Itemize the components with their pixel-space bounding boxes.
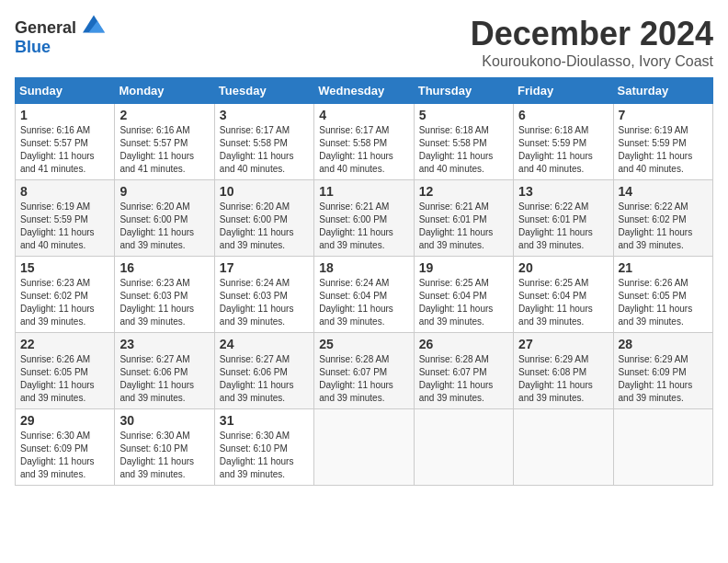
calendar-table: Sunday Monday Tuesday Wednesday Thursday… bbox=[15, 77, 713, 486]
calendar-day-cell: 12 Sunrise: 6:21 AM Sunset: 6:01 PM Dayl… bbox=[414, 180, 513, 257]
day-info: Sunrise: 6:22 AM Sunset: 6:01 PM Dayligh… bbox=[518, 201, 608, 252]
day-info: Sunrise: 6:16 AM Sunset: 5:57 PM Dayligh… bbox=[119, 124, 209, 176]
calendar-day-cell: 10 Sunrise: 6:20 AM Sunset: 6:00 PM Dayl… bbox=[214, 180, 313, 257]
calendar-day-cell: 6 Sunrise: 6:18 AM Sunset: 5:59 PM Dayli… bbox=[514, 104, 613, 180]
day-number: 22 bbox=[20, 337, 109, 351]
calendar-day-cell: 26 Sunrise: 6:28 AM Sunset: 6:07 PM Dayl… bbox=[414, 333, 513, 409]
calendar-header-row: Sunday Monday Tuesday Wednesday Thursday… bbox=[16, 78, 713, 104]
day-number: 17 bbox=[220, 260, 309, 275]
logo-text: General Blue bbox=[15, 15, 105, 57]
day-info: Sunrise: 6:18 AM Sunset: 5:59 PM Dayligh… bbox=[518, 124, 608, 176]
logo-blue: Blue bbox=[15, 38, 51, 56]
day-number: 4 bbox=[319, 108, 408, 122]
calendar-day-cell bbox=[314, 409, 414, 486]
day-info: Sunrise: 6:30 AM Sunset: 6:10 PM Dayligh… bbox=[119, 430, 209, 481]
day-info: Sunrise: 6:16 AM Sunset: 5:57 PM Dayligh… bbox=[20, 124, 109, 176]
day-number: 23 bbox=[119, 337, 209, 351]
day-number: 3 bbox=[220, 108, 309, 122]
calendar-day-cell: 20 Sunrise: 6:25 AM Sunset: 6:04 PM Dayl… bbox=[514, 257, 613, 333]
day-info: Sunrise: 6:25 AM Sunset: 6:04 PM Dayligh… bbox=[419, 277, 508, 328]
logo: General Blue bbox=[15, 15, 105, 57]
day-number: 21 bbox=[619, 260, 708, 275]
calendar-day-cell: 31 Sunrise: 6:30 AM Sunset: 6:10 PM Dayl… bbox=[214, 409, 313, 486]
day-info: Sunrise: 6:20 AM Sunset: 6:00 PM Dayligh… bbox=[220, 201, 309, 252]
day-info: Sunrise: 6:21 AM Sunset: 6:01 PM Dayligh… bbox=[419, 201, 508, 252]
calendar-day-cell: 30 Sunrise: 6:30 AM Sunset: 6:10 PM Dayl… bbox=[115, 409, 214, 486]
calendar-day-cell: 29 Sunrise: 6:30 AM Sunset: 6:09 PM Dayl… bbox=[16, 409, 115, 486]
day-number: 30 bbox=[119, 413, 209, 428]
header: General Blue December 2024 Kouroukono-Di… bbox=[15, 15, 713, 70]
day-info: Sunrise: 6:20 AM Sunset: 6:00 PM Dayligh… bbox=[119, 201, 209, 252]
calendar-day-cell: 3 Sunrise: 6:17 AM Sunset: 5:58 PM Dayli… bbox=[214, 104, 313, 180]
day-number: 5 bbox=[419, 108, 508, 122]
day-info: Sunrise: 6:29 AM Sunset: 6:08 PM Dayligh… bbox=[518, 353, 608, 405]
day-number: 8 bbox=[20, 184, 109, 199]
day-info: Sunrise: 6:22 AM Sunset: 6:02 PM Dayligh… bbox=[619, 201, 708, 252]
calendar-day-cell: 28 Sunrise: 6:29 AM Sunset: 6:09 PM Dayl… bbox=[613, 333, 712, 409]
day-number: 14 bbox=[619, 184, 708, 199]
calendar-day-cell: 15 Sunrise: 6:23 AM Sunset: 6:02 PM Dayl… bbox=[16, 257, 115, 333]
day-info: Sunrise: 6:24 AM Sunset: 6:03 PM Dayligh… bbox=[220, 277, 309, 328]
calendar-day-cell: 9 Sunrise: 6:20 AM Sunset: 6:00 PM Dayli… bbox=[115, 180, 214, 257]
day-info: Sunrise: 6:30 AM Sunset: 6:09 PM Dayligh… bbox=[20, 430, 109, 481]
col-wednesday: Wednesday bbox=[314, 78, 414, 104]
calendar-day-cell: 22 Sunrise: 6:26 AM Sunset: 6:05 PM Dayl… bbox=[16, 333, 115, 409]
calendar-day-cell: 19 Sunrise: 6:25 AM Sunset: 6:04 PM Dayl… bbox=[414, 257, 513, 333]
day-info: Sunrise: 6:28 AM Sunset: 6:07 PM Dayligh… bbox=[419, 353, 508, 405]
day-info: Sunrise: 6:30 AM Sunset: 6:10 PM Dayligh… bbox=[220, 430, 309, 481]
day-number: 12 bbox=[419, 184, 508, 199]
calendar-week-row: 22 Sunrise: 6:26 AM Sunset: 6:05 PM Dayl… bbox=[16, 333, 713, 409]
calendar-day-cell: 4 Sunrise: 6:17 AM Sunset: 5:58 PM Dayli… bbox=[314, 104, 414, 180]
day-number: 26 bbox=[419, 337, 508, 351]
day-number: 13 bbox=[518, 184, 608, 199]
day-info: Sunrise: 6:25 AM Sunset: 6:04 PM Dayligh… bbox=[518, 277, 608, 328]
calendar-day-cell: 25 Sunrise: 6:28 AM Sunset: 6:07 PM Dayl… bbox=[314, 333, 414, 409]
day-number: 19 bbox=[419, 260, 508, 275]
calendar-week-row: 8 Sunrise: 6:19 AM Sunset: 5:59 PM Dayli… bbox=[16, 180, 713, 257]
logo-general: General bbox=[15, 18, 76, 37]
calendar-day-cell: 13 Sunrise: 6:22 AM Sunset: 6:01 PM Dayl… bbox=[514, 180, 613, 257]
col-saturday: Saturday bbox=[613, 78, 712, 104]
day-info: Sunrise: 6:21 AM Sunset: 6:00 PM Dayligh… bbox=[319, 201, 408, 252]
day-info: Sunrise: 6:17 AM Sunset: 5:58 PM Dayligh… bbox=[319, 124, 408, 176]
calendar-day-cell: 2 Sunrise: 6:16 AM Sunset: 5:57 PM Dayli… bbox=[115, 104, 214, 180]
day-number: 25 bbox=[319, 337, 408, 351]
day-number: 20 bbox=[518, 260, 608, 275]
day-number: 24 bbox=[220, 337, 309, 351]
col-friday: Friday bbox=[514, 78, 613, 104]
day-info: Sunrise: 6:27 AM Sunset: 6:06 PM Dayligh… bbox=[220, 353, 309, 405]
day-number: 10 bbox=[220, 184, 309, 199]
day-number: 1 bbox=[20, 108, 109, 122]
calendar-day-cell: 8 Sunrise: 6:19 AM Sunset: 5:59 PM Dayli… bbox=[16, 180, 115, 257]
day-info: Sunrise: 6:26 AM Sunset: 6:05 PM Dayligh… bbox=[20, 353, 109, 405]
calendar-day-cell: 5 Sunrise: 6:18 AM Sunset: 5:58 PM Dayli… bbox=[414, 104, 513, 180]
day-info: Sunrise: 6:18 AM Sunset: 5:58 PM Dayligh… bbox=[419, 124, 508, 176]
calendar-day-cell bbox=[414, 409, 513, 486]
day-number: 15 bbox=[20, 260, 109, 275]
day-info: Sunrise: 6:24 AM Sunset: 6:04 PM Dayligh… bbox=[319, 277, 408, 328]
calendar-week-row: 1 Sunrise: 6:16 AM Sunset: 5:57 PM Dayli… bbox=[16, 104, 713, 180]
day-number: 31 bbox=[220, 413, 309, 428]
day-number: 29 bbox=[20, 413, 109, 428]
col-tuesday: Tuesday bbox=[214, 78, 313, 104]
day-info: Sunrise: 6:17 AM Sunset: 5:58 PM Dayligh… bbox=[220, 124, 309, 176]
calendar-day-cell: 16 Sunrise: 6:23 AM Sunset: 6:03 PM Dayl… bbox=[115, 257, 214, 333]
day-number: 11 bbox=[319, 184, 408, 199]
day-info: Sunrise: 6:23 AM Sunset: 6:03 PM Dayligh… bbox=[119, 277, 209, 328]
day-number: 28 bbox=[619, 337, 708, 351]
calendar-day-cell bbox=[514, 409, 613, 486]
location-title: Kouroukono-Dioulasso, Ivory Coast bbox=[471, 53, 713, 70]
day-info: Sunrise: 6:26 AM Sunset: 6:05 PM Dayligh… bbox=[619, 277, 708, 328]
day-info: Sunrise: 6:28 AM Sunset: 6:07 PM Dayligh… bbox=[319, 353, 408, 405]
calendar-day-cell: 17 Sunrise: 6:24 AM Sunset: 6:03 PM Dayl… bbox=[214, 257, 313, 333]
logo-icon bbox=[83, 15, 105, 33]
calendar-day-cell: 21 Sunrise: 6:26 AM Sunset: 6:05 PM Dayl… bbox=[613, 257, 712, 333]
day-info: Sunrise: 6:27 AM Sunset: 6:06 PM Dayligh… bbox=[119, 353, 209, 405]
day-number: 18 bbox=[319, 260, 408, 275]
calendar-week-row: 29 Sunrise: 6:30 AM Sunset: 6:09 PM Dayl… bbox=[16, 409, 713, 486]
col-monday: Monday bbox=[115, 78, 214, 104]
day-number: 7 bbox=[619, 108, 708, 122]
calendar-day-cell: 24 Sunrise: 6:27 AM Sunset: 6:06 PM Dayl… bbox=[214, 333, 313, 409]
calendar-day-cell: 14 Sunrise: 6:22 AM Sunset: 6:02 PM Dayl… bbox=[613, 180, 712, 257]
day-info: Sunrise: 6:19 AM Sunset: 5:59 PM Dayligh… bbox=[619, 124, 708, 176]
